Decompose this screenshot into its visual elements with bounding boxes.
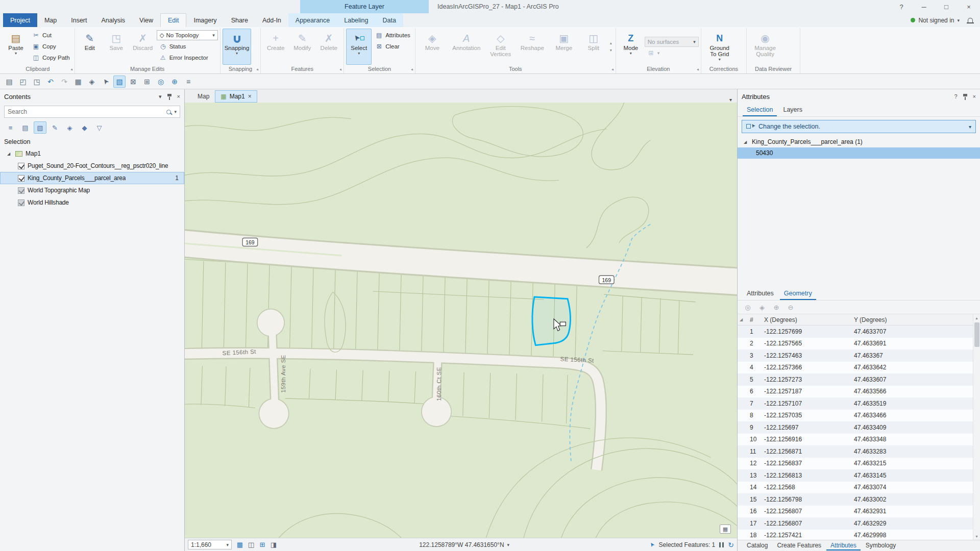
- zoom-in-icon[interactable]: ⊕: [168, 76, 181, 88]
- list-by-labeling-icon[interactable]: ◆: [78, 121, 91, 134]
- pane-help-icon[interactable]: ?: [954, 93, 957, 99]
- tab-view[interactable]: View: [132, 13, 160, 27]
- delete-features-button[interactable]: ✗ Delete: [316, 29, 341, 65]
- geometry-row[interactable]: 9 -122.125697 47.4633409: [738, 421, 973, 434]
- tab-appearance[interactable]: Appearance: [288, 13, 337, 27]
- undo-icon[interactable]: ↶: [44, 76, 57, 88]
- pane-menu-icon[interactable]: ▾: [159, 93, 162, 100]
- tab-analysis[interactable]: Analysis: [94, 13, 133, 27]
- save-edits-button[interactable]: ◳ Save: [104, 29, 129, 65]
- dock-tab-create-features[interactable]: Create Features: [773, 541, 825, 550]
- corrections-toggle-icon[interactable]: ◨: [268, 540, 279, 550]
- tab-share[interactable]: Share: [224, 13, 255, 27]
- subtab-geometry[interactable]: Geometry: [780, 287, 816, 300]
- pan-to-vertex-icon[interactable]: ◈: [756, 302, 768, 313]
- list-by-source-icon[interactable]: ▤: [19, 121, 32, 134]
- contents-search[interactable]: ▾: [4, 106, 180, 118]
- close-tab-icon[interactable]: ×: [248, 93, 252, 100]
- clear-selection-button[interactable]: ⊠Clear: [373, 41, 413, 52]
- tab-project[interactable]: Project: [3, 13, 37, 27]
- close-pane-icon[interactable]: ×: [177, 93, 180, 99]
- expander-icon[interactable]: ◢: [744, 140, 749, 144]
- manage-quality-button[interactable]: ◉ Manage Quality: [749, 29, 781, 65]
- selection-tree-layer-node[interactable]: ◢ King_County_Parcels___parcel_area (1): [738, 136, 980, 147]
- view-tab-map1[interactable]: ▦ Map1 ×: [215, 90, 257, 103]
- geometry-row[interactable]: 2 -122.1257565 47.4633691: [738, 338, 973, 350]
- zoom-to-vertex-icon[interactable]: ◎: [742, 302, 754, 313]
- move-tool-button[interactable]: ◈ Move: [418, 29, 447, 65]
- edit-vertices-button[interactable]: ◇ Edit Vertices: [486, 29, 516, 65]
- split-tool-button[interactable]: ◫ Split: [580, 29, 607, 65]
- search-options-caret-icon[interactable]: ▾: [174, 109, 177, 114]
- pause-drawing-icon[interactable]: [719, 542, 724, 547]
- list-by-editing-icon[interactable]: ✎: [48, 121, 61, 134]
- close-pane-icon[interactable]: ×: [973, 93, 976, 99]
- expander-icon[interactable]: ◢: [7, 152, 12, 156]
- selected-parcel[interactable]: [532, 297, 571, 345]
- cut-button[interactable]: ✂Cut: [30, 30, 72, 40]
- tab-insert[interactable]: Insert: [64, 13, 94, 27]
- surfaces-dropdown[interactable]: No surfaces ▾: [645, 37, 699, 47]
- maximize-button[interactable]: □: [935, 0, 958, 13]
- surface-options-button[interactable]: ⊞ ▾: [645, 48, 699, 58]
- tab-list-caret-icon[interactable]: ▾: [724, 97, 737, 103]
- tools-overflow-scroll[interactable]: ▴ ▾: [608, 29, 614, 65]
- dock-tab-symbology[interactable]: Symbology: [862, 541, 900, 550]
- explore-tool-icon[interactable]: ➤: [100, 76, 112, 88]
- geometry-row[interactable]: 8 -122.1257035 47.4633466: [738, 410, 973, 422]
- selected-features-count[interactable]: Selected Features: 1: [659, 541, 716, 548]
- layer-visibility-checkbox[interactable]: [18, 163, 24, 169]
- layer-world-hillshade[interactable]: World Hillshade: [0, 196, 184, 209]
- discard-edits-button[interactable]: ✗ Discard: [130, 29, 156, 65]
- geometry-row[interactable]: 3 -122.1257463 47.463367: [738, 349, 973, 362]
- tab-labeling[interactable]: Labeling: [337, 13, 375, 27]
- map-tree-item[interactable]: ◢ Map1: [0, 147, 184, 160]
- geometry-row[interactable]: 7 -122.1257107 47.4633519: [738, 397, 973, 410]
- tab-map[interactable]: Map: [37, 13, 64, 27]
- pin-icon[interactable]: [963, 93, 968, 100]
- copy-button[interactable]: ▣Copy: [30, 41, 72, 52]
- dock-tab-attributes[interactable]: Attributes: [826, 541, 861, 550]
- open-icon[interactable]: ◰: [17, 76, 29, 88]
- layer-king-county-parcels[interactable]: King_County_Parcels___parcel_area 1: [0, 172, 184, 184]
- geometry-row[interactable]: 10 -122.1256916 47.4633348: [738, 434, 973, 446]
- layout-grid-icon[interactable]: ▦: [72, 76, 84, 88]
- map-overview-button[interactable]: ▦: [720, 524, 731, 534]
- close-button[interactable]: ×: [958, 0, 980, 13]
- insert-vertex-icon[interactable]: ⊕: [770, 302, 782, 313]
- dock-tab-catalog[interactable]: Catalog: [743, 541, 772, 550]
- layer-visibility-checkbox[interactable]: [18, 175, 24, 182]
- tab-data[interactable]: Data: [376, 13, 403, 27]
- change-selection-dropdown[interactable]: ➤ Change the selection. ▾: [742, 120, 976, 133]
- geometry-row[interactable]: 17 -122.1256807 47.4632929: [738, 517, 973, 530]
- layer-world-topographic[interactable]: World Topographic Map: [0, 184, 184, 196]
- annotation-tool-button[interactable]: A Annotation: [448, 29, 485, 65]
- merge-tool-button[interactable]: ▣ Merge: [549, 29, 579, 65]
- list-by-selection-icon[interactable]: ▧: [34, 121, 46, 134]
- vertical-scrollbar[interactable]: ▴ ▾: [973, 314, 980, 540]
- view-tab-map[interactable]: Map: [192, 90, 215, 103]
- map-canvas[interactable]: 169 169 SE 156th St SE 156th St 159th Av…: [185, 103, 737, 538]
- tab-add-in[interactable]: Add-In: [255, 13, 288, 27]
- geometry-row[interactable]: 16 -122.1256807 47.4632931: [738, 506, 973, 518]
- scrollbar-thumb[interactable]: [974, 322, 979, 347]
- list-by-drawing-order-icon[interactable]: ≡: [4, 121, 17, 134]
- geometry-row[interactable]: 18 -122.1257421 47.4629998: [738, 530, 973, 540]
- layer-visibility-checkbox[interactable]: [18, 199, 24, 206]
- reshape-tool-button[interactable]: ≈ Reshape: [517, 29, 548, 65]
- layer-puget-sound-contours[interactable]: Puget_Sound_20-Foot_Contours__reg_psctr0…: [0, 160, 184, 172]
- edit-button[interactable]: ✎ Edit: [77, 29, 103, 65]
- attributes-button[interactable]: ▤Attributes: [373, 30, 413, 40]
- grid-toggle-icon[interactable]: ◫: [246, 540, 256, 550]
- scale-dropdown[interactable]: 1:1,660 ▾: [188, 540, 232, 549]
- paste-button[interactable]: ▤ Paste ▾: [3, 29, 29, 65]
- elevation-mode-button[interactable]: Z Mode ▾: [618, 29, 644, 65]
- geometry-row[interactable]: 11 -122.1256871 47.4633283: [738, 445, 973, 458]
- help-button[interactable]: ?: [890, 0, 913, 13]
- scroll-down-icon[interactable]: ▾: [975, 533, 977, 540]
- selection-tree-feature-node[interactable]: 50430: [738, 147, 980, 159]
- refresh-icon[interactable]: ↻: [728, 541, 734, 549]
- titlebar[interactable]: Feature Layer IdeasInArcGISPro_27 - Map1…: [0, 0, 980, 13]
- account-menu[interactable]: Not signed in ▾: [911, 13, 980, 27]
- geometry-row[interactable]: 14 -122.12568 47.4633074: [738, 482, 973, 494]
